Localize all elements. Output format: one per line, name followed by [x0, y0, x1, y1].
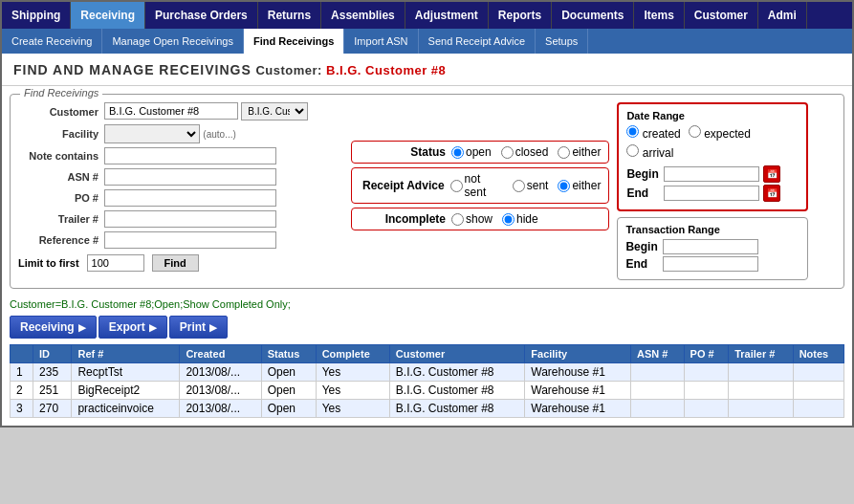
cell-trailer — [729, 400, 794, 418]
date-begin-label: Begin — [626, 167, 660, 181]
limit-row: Limit to first Find — [18, 254, 343, 272]
nav-items[interactable]: Items — [634, 2, 684, 29]
incomplete-label: Incomplete — [360, 212, 446, 226]
cell-notes — [793, 382, 843, 400]
nav-manage-open-receivings[interactable]: Manage Open Receivings — [102, 29, 244, 54]
trailer-input[interactable] — [104, 210, 276, 228]
receipt-sent[interactable]: sent — [513, 179, 549, 192]
incomplete-show[interactable]: show — [451, 212, 493, 226]
date-range-title: Date Range — [626, 110, 799, 121]
limit-input[interactable] — [87, 254, 144, 272]
col-created: Created — [180, 345, 261, 363]
cell-status: Open — [261, 382, 316, 400]
po-input-wrapper — [104, 189, 343, 207]
cell-complete: Yes — [316, 400, 389, 418]
nav-customer[interactable]: Customer — [685, 2, 758, 29]
nav-returns[interactable]: Returns — [258, 2, 321, 29]
nav-shipping[interactable]: Shipping — [2, 2, 71, 29]
status-radio-group: open closed either — [451, 145, 601, 159]
incomplete-box: Incomplete show hide — [351, 208, 609, 230]
trans-end-row: End — [625, 256, 799, 272]
cal-begin-icon[interactable]: 📅 — [763, 165, 780, 183]
col-trailer: Trailer # — [729, 345, 794, 363]
asn-input[interactable] — [104, 168, 276, 186]
cell-id: 235 — [33, 363, 72, 382]
table-row[interactable]: 1 235 RecptTst 2013/08/... Open Yes B.I.… — [11, 363, 844, 382]
facility-row: Facility (auto...) — [18, 124, 343, 143]
asn-input-wrapper — [104, 168, 343, 186]
status-closed[interactable]: closed — [501, 145, 549, 159]
cell-complete: Yes — [316, 382, 389, 400]
col-row-num — [11, 345, 33, 363]
trailer-row: Trailer # — [18, 210, 343, 228]
receiving-button[interactable]: Receiving ▶ — [10, 316, 97, 339]
reference-input[interactable] — [104, 231, 276, 249]
po-input[interactable] — [104, 189, 276, 207]
date-begin-row: Begin 📅 — [626, 165, 799, 183]
date-expected[interactable]: expected — [689, 125, 751, 141]
nav-reports[interactable]: Reports — [489, 2, 552, 29]
date-end-input[interactable] — [664, 186, 759, 201]
nav-setups[interactable]: Setups — [536, 29, 588, 54]
cell-created: 2013/08/... — [180, 363, 261, 382]
receipt-radio-group: not sent sent either — [450, 172, 602, 199]
nav-assemblies[interactable]: Assemblies — [321, 2, 405, 29]
date-begin-input[interactable] — [664, 166, 759, 182]
trans-begin-input[interactable] — [663, 239, 758, 254]
facility-select[interactable] — [104, 124, 200, 143]
customer-input[interactable] — [104, 102, 238, 120]
cell-notes — [793, 400, 843, 418]
export-button[interactable]: Export ▶ — [99, 316, 167, 339]
trans-end-input[interactable] — [663, 256, 758, 272]
nav-admin[interactable]: Admi — [758, 2, 807, 29]
table-row[interactable]: 3 270 practiceinvoice 2013/08/... Open Y… — [11, 400, 844, 418]
nav-adjustment[interactable]: Adjustment — [405, 2, 489, 29]
find-button[interactable]: Find — [152, 254, 199, 272]
nav-create-receiving[interactable]: Create Receiving — [2, 29, 102, 54]
col-asn: ASN # — [631, 345, 685, 363]
nav-send-receipt-advice[interactable]: Send Receipt Advice — [419, 29, 536, 54]
cell-ref: BigReceipt2 — [72, 382, 180, 400]
cell-status: Open — [261, 363, 316, 382]
status-open[interactable]: open — [451, 145, 492, 159]
receipt-not-sent[interactable]: not sent — [450, 172, 503, 199]
cell-row-num: 3 — [11, 400, 33, 418]
col-status: Status — [261, 345, 316, 363]
receipt-label: Receipt Advice — [360, 179, 445, 192]
cell-asn — [631, 363, 685, 382]
note-input[interactable] — [104, 147, 276, 164]
second-nav: Create Receiving Manage Open Receivings … — [2, 29, 852, 54]
cal-end-icon[interactable]: 📅 — [763, 185, 780, 202]
col-po: PO # — [684, 345, 729, 363]
nav-find-receivings[interactable]: Find Receivings — [244, 29, 344, 54]
date-radio-row2: arrival — [626, 144, 799, 160]
nav-documents[interactable]: Documents — [552, 2, 634, 29]
middle-form: Status open closed either Receipt Advice — [351, 102, 609, 280]
incomplete-hide[interactable]: hide — [502, 212, 538, 226]
receiving-arrow-icon: ▶ — [78, 322, 86, 333]
date-radio-row1: created expected — [626, 125, 799, 141]
trailer-label: Trailer # — [18, 213, 104, 225]
cell-notes — [793, 363, 843, 382]
status-either[interactable]: either — [558, 145, 601, 159]
nav-receiving[interactable]: Receiving — [71, 2, 145, 29]
receipt-either[interactable]: either — [558, 179, 601, 192]
reference-label: Reference # — [18, 234, 104, 246]
cell-facility: Warehouse #1 — [525, 363, 631, 382]
trans-begin-label: Begin — [625, 240, 659, 253]
cell-complete: Yes — [316, 363, 389, 382]
status-box: Status open closed either — [351, 141, 609, 164]
customer-dropdown[interactable]: B.I.G. Customer #8 — [241, 102, 308, 121]
nav-import-asn[interactable]: Import ASN — [344, 29, 418, 54]
date-created[interactable]: created — [626, 125, 680, 141]
date-arrival[interactable]: arrival — [626, 144, 673, 160]
cell-po — [684, 400, 729, 418]
customer-name: B.I.G. Customer #8 — [326, 63, 446, 77]
asn-label: ASN # — [18, 171, 104, 183]
table-row[interactable]: 2 251 BigReceipt2 2013/08/... Open Yes B… — [11, 382, 844, 400]
cell-row-num: 2 — [11, 382, 33, 400]
print-button[interactable]: Print ▶ — [169, 316, 228, 339]
note-label: Note contains — [18, 150, 104, 162]
col-facility: Facility — [525, 345, 631, 363]
nav-purchase-orders[interactable]: Purchase Orders — [145, 2, 258, 29]
